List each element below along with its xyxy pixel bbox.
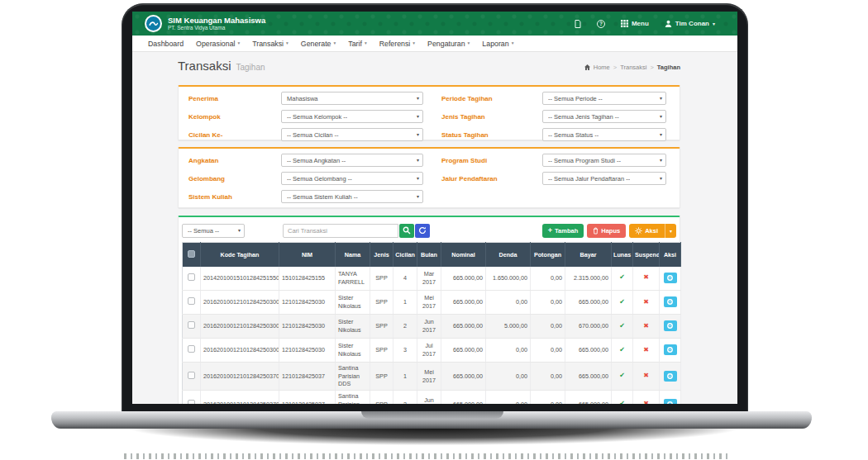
action-caret[interactable]: ▾ bbox=[665, 224, 676, 238]
chevron-down-icon: ▾ bbox=[660, 114, 662, 119]
trash-icon bbox=[593, 227, 599, 235]
view-detail-button[interactable] bbox=[664, 399, 677, 404]
row-checkbox[interactable] bbox=[188, 400, 195, 404]
view-detail-button[interactable] bbox=[664, 344, 677, 355]
lunas-check-icon: ✔ bbox=[619, 322, 625, 330]
menu-button[interactable]: Menu bbox=[621, 20, 649, 27]
filter-sistem-kuliah-select[interactable]: -- Semua Sistem Kuliah --▾ bbox=[281, 190, 423, 203]
lunas-check-icon: ✔ bbox=[619, 372, 625, 379]
lunas-check-icon: ✔ bbox=[619, 273, 625, 281]
nav-item-transaksi[interactable]: Transaksi▾ bbox=[252, 40, 289, 48]
user-menu[interactable]: Tim Conan ▾ bbox=[665, 20, 715, 27]
menu-label: Menu bbox=[632, 20, 649, 27]
chevron-down-icon: ▾ bbox=[334, 41, 336, 46]
chevron-down-icon: ▾ bbox=[417, 114, 419, 119]
view-detail-button[interactable] bbox=[664, 320, 677, 331]
filter-panel-2: Angkatan -- Semua Angkatan --▾ Gelombang… bbox=[178, 147, 680, 208]
col-cicilan: Cicilan bbox=[393, 243, 417, 267]
plus-icon: + bbox=[548, 227, 552, 235]
filter-label-sistem-kuliah: Sistem Kuliah bbox=[188, 193, 281, 201]
screen-reflection bbox=[124, 453, 727, 459]
laptop-screen-bezel: SIM Keuangan Mahasiswa PT. Sentra Vidya … bbox=[122, 3, 748, 411]
chevron-down-icon: ▾ bbox=[417, 158, 419, 163]
grid-icon bbox=[621, 20, 628, 27]
row-checkbox[interactable] bbox=[188, 321, 195, 329]
nav-item-generate[interactable]: Generate▾ bbox=[301, 40, 336, 48]
filter-status-tagihan-select[interactable]: -- Semua Status --▾ bbox=[542, 128, 666, 141]
laptop-trackpad-notch bbox=[361, 411, 503, 419]
filter-label-periode: Periode Tagihan bbox=[441, 95, 542, 102]
chevron-down-icon: ▾ bbox=[713, 21, 715, 26]
document-icon[interactable] bbox=[575, 20, 581, 28]
nav-item-dashboard[interactable]: Dashboard bbox=[148, 40, 184, 48]
row-checkbox[interactable] bbox=[188, 297, 195, 305]
filter-angkatan-select[interactable]: -- Semua Angkatan --▾ bbox=[281, 154, 423, 167]
search-button[interactable] bbox=[399, 224, 414, 238]
filter-label-penerima: Penerima bbox=[188, 95, 281, 102]
eye-icon bbox=[666, 372, 674, 380]
chevron-down-icon: ▾ bbox=[238, 228, 241, 233]
filter-label-cicilan: Cicilan Ke- bbox=[188, 131, 281, 139]
home-icon bbox=[584, 64, 590, 70]
eye-icon bbox=[666, 274, 674, 282]
row-checkbox[interactable] bbox=[188, 345, 195, 353]
action-button[interactable]: Aksi ▾ bbox=[629, 224, 676, 238]
refresh-icon bbox=[418, 226, 427, 235]
chevron-down-icon: ▾ bbox=[660, 96, 662, 101]
filter-kelompok-select[interactable]: -- Semua Kelompok --▾ bbox=[281, 110, 423, 123]
filter-penerima-select[interactable]: Mahasiswa▾ bbox=[281, 92, 423, 105]
view-detail-button[interactable] bbox=[664, 273, 677, 283]
table-row: 201620100121012842503701 1210128425037 S… bbox=[183, 363, 681, 391]
filter-label-jenis-tagihan: Jenis Tagihan bbox=[441, 113, 542, 121]
lunas-check-icon: ✔ bbox=[619, 400, 625, 404]
table-row: 201620100121012842503003 1210128425030 S… bbox=[183, 339, 681, 363]
col-bulan: Bulan bbox=[417, 243, 441, 267]
chevron-down-icon: ▾ bbox=[365, 41, 367, 46]
laptop-base bbox=[51, 411, 812, 429]
col-nama: Nama bbox=[336, 243, 370, 267]
view-detail-button[interactable] bbox=[664, 371, 677, 382]
eye-icon bbox=[666, 298, 674, 306]
row-checkbox[interactable] bbox=[188, 273, 195, 281]
add-button[interactable]: + Tambah bbox=[542, 224, 584, 238]
nav-item-pengaturan[interactable]: Pengaturan▾ bbox=[427, 40, 470, 48]
scope-select[interactable]: -- Semua --▾ bbox=[182, 224, 245, 238]
breadcrumb: Home > Transaksi > Tagihan bbox=[584, 64, 680, 71]
delete-button[interactable]: Hapus bbox=[587, 224, 626, 238]
lunas-check-icon: ✔ bbox=[619, 298, 625, 306]
breadcrumb-home[interactable]: Home bbox=[594, 64, 610, 71]
chevron-down-icon: ▾ bbox=[413, 41, 415, 46]
col-suspend: Suspend bbox=[633, 243, 660, 267]
row-checkbox[interactable] bbox=[188, 372, 195, 379]
filter-program-studi-select[interactable]: -- Semua Program Studi --▾ bbox=[542, 154, 666, 167]
filter-label-jalur-pendaftaran: Jalur Pendaftaran bbox=[441, 175, 542, 183]
nav-item-referensi[interactable]: Referensi▾ bbox=[379, 40, 415, 48]
breadcrumb-current: Tagihan bbox=[657, 64, 680, 71]
page-subtitle: Tagihan bbox=[236, 63, 265, 72]
view-detail-button[interactable] bbox=[664, 296, 677, 307]
nav-item-operasional[interactable]: Operasional▾ bbox=[196, 40, 240, 48]
suspend-x-icon: ✖ bbox=[643, 372, 649, 379]
nav-item-tarif[interactable]: Tarif▾ bbox=[348, 40, 366, 48]
filter-jenis-tagihan-select[interactable]: -- Semua Jenis Tagihan --▾ bbox=[542, 110, 666, 123]
chevron-down-icon: ▾ bbox=[417, 96, 419, 101]
breadcrumb-section[interactable]: Transaksi bbox=[620, 64, 646, 71]
app-title: SIM Keuangan Mahasiswa bbox=[168, 17, 265, 25]
filter-label-kelompok: Kelompok bbox=[188, 113, 281, 121]
nav-item-laporan[interactable]: Laporan▾ bbox=[482, 40, 513, 48]
search-input[interactable] bbox=[283, 224, 398, 238]
filter-periode-select[interactable]: -- Semua Periode --▾ bbox=[542, 92, 666, 105]
filter-jalur-pendaftaran-select[interactable]: -- Semua Jalur Pendaftaran --▾ bbox=[542, 172, 666, 185]
col-nominal: Nominal bbox=[441, 243, 486, 267]
suspend-x-icon: ✖ bbox=[643, 400, 649, 404]
select-all-checkbox[interactable] bbox=[188, 250, 195, 258]
table-row: 201620100121012842503001 1210128425030 S… bbox=[183, 291, 681, 315]
eye-icon bbox=[666, 322, 674, 330]
refresh-button[interactable] bbox=[415, 224, 430, 238]
gear-icon bbox=[635, 227, 642, 235]
lunas-check-icon: ✔ bbox=[619, 346, 625, 353]
filter-gelombang-select[interactable]: -- Semua Gelombang --▾ bbox=[281, 172, 423, 185]
filter-cicilan-select[interactable]: -- Semua Cicilan --▾ bbox=[281, 128, 423, 141]
chevron-down-icon: ▾ bbox=[660, 176, 662, 181]
help-icon[interactable]: ? bbox=[597, 20, 605, 28]
